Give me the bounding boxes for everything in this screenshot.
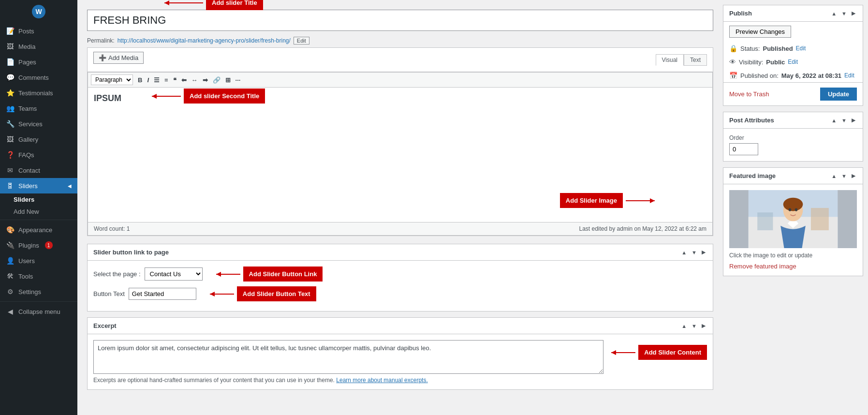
tools-icon: 🛠 [6, 272, 15, 280]
ol-button[interactable]: ≡ [162, 75, 170, 85]
main-content: FRESH BRING Add slider Title Permalink: … [77, 0, 723, 415]
sidebar-item-services[interactable]: 🔧 Services [0, 116, 77, 132]
sidebar-subitem-add-new[interactable]: Add New [0, 206, 77, 218]
editor-tabs: Visual Text [656, 54, 707, 66]
move-to-trash-link[interactable]: Move to Trash [729, 90, 769, 98]
sidebar-item-teams[interactable]: 👥 Teams [0, 101, 77, 116]
sidebar-item-pages[interactable]: 📄 Pages [0, 54, 77, 70]
featured-img-controls: ▲ ▼ ▶ [830, 172, 857, 180]
featured-image-hint: Click the image to edit or update [729, 252, 857, 259]
italic-button[interactable]: I [145, 75, 151, 85]
svg-point-8 [789, 208, 792, 211]
status-icon: 🔒 [729, 44, 737, 52]
featured-image-thumbnail[interactable] [729, 190, 857, 248]
permalink-link[interactable]: http://localhost/www/digital-marketing-a… [118, 37, 291, 44]
excerpt-panel-controls: ▲ ▼ ▶ [680, 322, 707, 330]
panel-controls: ▲ ▼ ▶ [680, 248, 707, 256]
word-count: Word count: 1 [94, 225, 130, 232]
preview-changes-button[interactable]: Preview Changes [729, 26, 791, 38]
plugins-badge: 1 [45, 241, 53, 249]
publish-down-button[interactable]: ▼ [840, 9, 848, 17]
faqs-icon: ❓ [6, 151, 15, 159]
panel-down-button[interactable]: ▼ [690, 248, 698, 256]
table-button[interactable]: ⊞ [223, 75, 233, 85]
publish-panel: Publish ▲ ▼ ▶ Preview Changes 🔒 Status: … [723, 5, 863, 106]
order-input[interactable] [729, 143, 758, 155]
sidebar-item-gallery[interactable]: 🖼 Gallery [0, 132, 77, 147]
excerpt-learn-more[interactable]: Learn more about manual excerpts. [336, 377, 427, 384]
slider-button-panel-header: Slider button link to page ▲ ▼ ▶ [88, 244, 713, 261]
slider-button-panel-body: Select the page : Contact Us Home About … [88, 261, 713, 311]
sidebar-subitem-sliders[interactable]: Sliders [0, 193, 77, 206]
svg-point-9 [795, 208, 798, 211]
sidebar-item-collapse[interactable]: ◀ Collapse menu [0, 304, 77, 319]
excerpt-down-button[interactable]: ▼ [690, 322, 698, 330]
permalink-edit-button[interactable]: Edit [294, 37, 309, 44]
editor-area[interactable]: IPSUM Add slider Second Title [88, 87, 713, 222]
visibility-edit-link[interactable]: Edit [788, 59, 798, 65]
more-button[interactable]: ··· [234, 75, 243, 85]
sidebar-item-sliders[interactable]: 🎛 Sliders ◀ [0, 178, 77, 193]
posts-icon: 📝 [6, 27, 15, 35]
editor-footer: Word count: 1 Last edited by admin on Ma… [88, 222, 713, 236]
sidebar-item-media[interactable]: 🖼 Media [0, 39, 77, 54]
remove-featured-image-link[interactable]: Remove featured image [729, 263, 857, 270]
post-attrs-close[interactable]: ▶ [850, 116, 857, 124]
visibility-icon: 👁 [729, 58, 736, 66]
collapse-icon: ◀ [6, 308, 15, 315]
ul-button[interactable]: ☰ [152, 75, 162, 85]
excerpt-up-button[interactable]: ▲ [680, 322, 688, 330]
settings-icon: ⚙ [6, 288, 15, 296]
excerpt-textarea[interactable]: Lorem ipsum dolor sit amet, consectetur … [93, 340, 603, 374]
tab-visual[interactable]: Visual [656, 54, 684, 66]
featured-img-down[interactable]: ▼ [840, 172, 848, 180]
sidebar-item-contact[interactable]: ✉ Contact [0, 163, 77, 178]
sidebar-item-testimonials[interactable]: ⭐ Testimonials [0, 85, 77, 101]
editor-toolbar: Paragraph B I ☰ ≡ ❝ ⬅ ↔ ➡ 🔗 ⊞ ··· [88, 72, 713, 87]
post-attributes-header: Post Attributes ▲ ▼ ▶ [723, 112, 863, 129]
media-icon: 🖼 [6, 43, 15, 50]
align-right-button[interactable]: ➡ [201, 75, 210, 85]
sidebar-item-faqs[interactable]: ❓ FAQs [0, 147, 77, 163]
publish-close-button[interactable]: ▶ [850, 9, 857, 17]
post-attrs-down[interactable]: ▼ [840, 116, 848, 124]
sidebar-item-comments[interactable]: 💬 Comments [0, 70, 77, 85]
tab-text[interactable]: Text [684, 54, 707, 66]
annotation-slider-content: Add Slider Content [638, 345, 707, 360]
publish-up-button[interactable]: ▲ [830, 9, 838, 17]
sidebar-item-plugins[interactable]: 🔌 Plugins 1 [0, 237, 77, 253]
page-select[interactable]: Contact Us Home About Services [145, 267, 203, 281]
order-label: Order [729, 134, 857, 141]
panel-close-button[interactable]: ▶ [700, 248, 707, 256]
panel-up-button[interactable]: ▲ [680, 248, 688, 256]
excerpt-close-button[interactable]: ▶ [700, 322, 707, 330]
featured-img-close[interactable]: ▶ [850, 172, 857, 180]
editor-content: IPSUM [94, 93, 121, 103]
add-media-button[interactable]: ➕ Add Media [93, 52, 144, 64]
page-select-row: Select the page : Contact Us Home About … [93, 267, 707, 282]
wp-logo: W [0, 2, 77, 21]
link-button[interactable]: 🔗 [211, 75, 222, 85]
align-center-button[interactable]: ↔ [190, 75, 200, 85]
paragraph-select[interactable]: Paragraph [91, 74, 133, 85]
featured-img-up[interactable]: ▲ [830, 172, 838, 180]
svg-text:W: W [35, 8, 42, 15]
slider-title-input[interactable]: FRESH BRING [87, 10, 713, 31]
sidebar-item-settings[interactable]: ⚙ Settings [0, 284, 77, 299]
sidebar-item-posts[interactable]: 📝 Posts [0, 23, 77, 39]
bold-button[interactable]: B [136, 75, 144, 85]
featured-image-header: Featured image ▲ ▼ ▶ [723, 168, 863, 184]
button-text-input[interactable] [129, 288, 196, 300]
button-text-label: Button Text [93, 290, 125, 297]
update-button[interactable]: Update [820, 88, 857, 101]
blockquote-button[interactable]: ❝ [171, 75, 178, 85]
align-left-button[interactable]: ⬅ [179, 75, 189, 85]
sidebar-item-tools[interactable]: 🛠 Tools [0, 268, 77, 284]
post-attrs-up[interactable]: ▲ [830, 116, 838, 124]
annotation-second-title: Add slider Second Title [184, 89, 265, 104]
status-edit-link[interactable]: Edit [796, 45, 806, 52]
published-edit-link[interactable]: Edit [844, 72, 854, 79]
sidebar-item-users[interactable]: 👤 Users [0, 253, 77, 268]
sidebar-item-appearance[interactable]: 🎨 Appearance [0, 222, 77, 237]
publish-panel-header: Publish ▲ ▼ ▶ [723, 5, 863, 22]
